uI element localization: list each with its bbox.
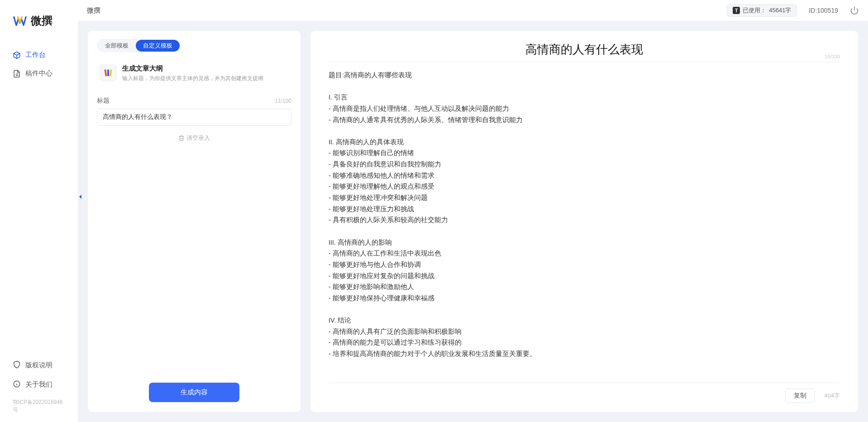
svg-rect-4	[105, 69, 107, 76]
usage-value: 45641字	[769, 6, 791, 14]
tab-custom-templates[interactable]: 自定义模板	[136, 40, 180, 52]
sidebar-item-label: 版权说明	[25, 361, 52, 370]
user-id: ID:100519	[802, 7, 844, 14]
text-icon: T	[733, 7, 740, 14]
generate-wrap: 生成内容	[97, 383, 291, 402]
doc-header: 高情商的人有什么表现 10/100	[329, 42, 840, 62]
sidebar: 微撰 工作台 稿件中心 版权说明	[0, 0, 78, 422]
clear-label: 清空录入	[186, 134, 210, 142]
template-meta: 生成文章大纲 输入标题，为你提供文章主体的灵感，并为其创建推文提纲	[122, 64, 263, 82]
sidebar-item-label: 稿件中心	[25, 69, 52, 78]
sidebar-item-label: 工作台	[25, 51, 46, 59]
left-panel: 全部模板 自定义模板 生成文章大纲 输入标题，为你提供文章主体的灵感，并为其创建…	[88, 31, 300, 412]
doc-footer: 复制 404字	[329, 383, 840, 403]
title-char-counter: 11/100	[275, 98, 291, 104]
doc-body[interactable]: 题目:高情商的人有哪些表现 I. 引言 - 高情商是指人们处理情绪、与他人互动以…	[329, 70, 840, 375]
topbar: 微撰 T 已使用：45641字 ID:100519	[78, 0, 868, 21]
generate-button[interactable]: 生成内容	[149, 383, 239, 402]
power-icon[interactable]	[850, 6, 859, 15]
template-subtitle: 输入标题，为你提供文章主体的灵感，并为其创建推文提纲	[122, 75, 263, 82]
icp-text: 鄂ICP备2022016946号	[0, 395, 78, 417]
template-tabs: 全部模板 自定义模板	[97, 39, 181, 52]
cube-icon	[13, 51, 21, 59]
word-count: 404字	[824, 392, 840, 400]
template-title: 生成文章大纲	[122, 64, 263, 73]
logo[interactable]: 微撰	[0, 14, 78, 46]
sidebar-item-copyright[interactable]: 版权说明	[0, 356, 78, 375]
title-label: 标题	[97, 97, 110, 105]
sidebar-item-about[interactable]: 关于我们	[0, 375, 78, 394]
svg-rect-6	[110, 69, 112, 76]
collapse-sidebar-handle[interactable]	[78, 192, 85, 202]
info-icon	[13, 380, 21, 389]
document-icon	[13, 70, 21, 78]
logo-text: 微撰	[31, 14, 52, 28]
sidebar-bottom: 版权说明 关于我们 鄂ICP备2022016946号	[0, 356, 78, 417]
content-row: 全部模板 自定义模板 生成文章大纲 输入标题，为你提供文章主体的灵感，并为其创建…	[78, 21, 868, 422]
sidebar-item-drafts[interactable]: 稿件中心	[0, 65, 78, 82]
right-panel: 高情商的人有什么表现 10/100 题目:高情商的人有哪些表现 I. 引言 - …	[310, 31, 858, 412]
page-title: 微撰	[87, 6, 100, 15]
sidebar-item-label: 关于我们	[25, 380, 52, 389]
shield-icon	[13, 360, 21, 370]
doc-title-counter: 10/100	[825, 54, 840, 59]
sidebar-nav: 工作台 稿件中心	[0, 46, 78, 82]
logo-mark-icon	[13, 14, 27, 28]
title-input[interactable]	[97, 109, 291, 126]
main-area: 微撰 T 已使用：45641字 ID:100519 全部模板 自定义模板	[78, 0, 868, 422]
usage-badge[interactable]: T 已使用：45641字	[727, 4, 797, 17]
tab-all-templates[interactable]: 全部模板	[98, 40, 136, 52]
template-books-icon	[100, 64, 117, 81]
trash-icon	[178, 135, 185, 141]
svg-rect-5	[107, 70, 109, 76]
template-card: 生成文章大纲 输入标题，为你提供文章主体的灵感，并为其创建推文提纲	[97, 60, 291, 91]
title-label-row: 标题 11/100	[97, 97, 291, 105]
clear-input-button[interactable]: 清空录入	[97, 134, 291, 142]
usage-prefix: 已使用：	[743, 6, 766, 14]
copy-button[interactable]: 复制	[785, 389, 815, 403]
sidebar-item-workspace[interactable]: 工作台	[0, 46, 78, 64]
app-root: 微撰 工作台 稿件中心 版权说明	[0, 0, 868, 422]
doc-title: 高情商的人有什么表现	[329, 42, 840, 57]
